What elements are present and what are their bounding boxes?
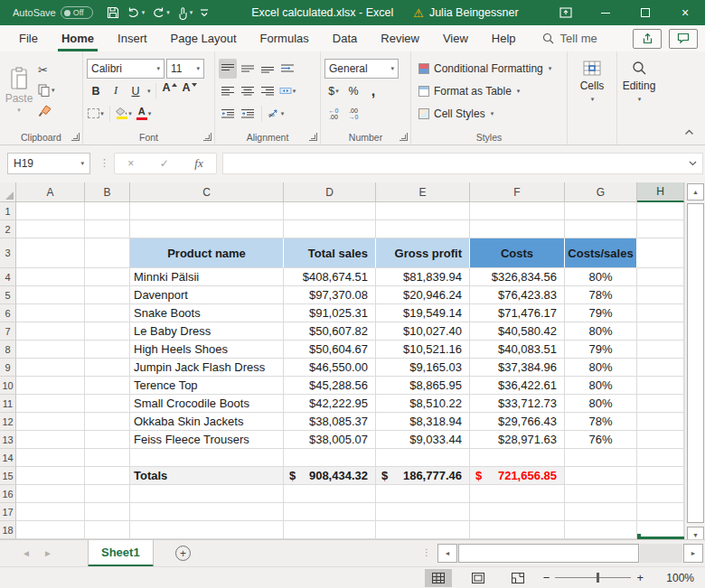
cell-G11[interactable]: 80%: [565, 395, 637, 413]
cell-F2[interactable]: [470, 220, 565, 238]
tab-insert[interactable]: Insert: [106, 25, 159, 51]
zoom-level[interactable]: 100%: [654, 572, 694, 584]
column-header-C[interactable]: C: [130, 182, 284, 202]
cell-F11[interactable]: $33,712.73: [470, 395, 565, 413]
ribbon-display-options-button[interactable]: [546, 0, 586, 25]
row-header-12[interactable]: 12: [0, 413, 16, 431]
cell-B2[interactable]: [85, 220, 130, 238]
tab-page-layout[interactable]: Page Layout: [159, 25, 249, 51]
cell-F18[interactable]: [470, 521, 565, 539]
zoom-slider[interactable]: [555, 573, 631, 583]
font-size-select[interactable]: 11▾: [166, 59, 204, 79]
cell-F17[interactable]: [470, 503, 565, 521]
redo-dropdown[interactable]: ▾: [166, 9, 170, 16]
merge-center-button[interactable]: ▾: [278, 81, 296, 101]
page-layout-view-button[interactable]: [465, 569, 492, 587]
cell-B17[interactable]: [85, 503, 130, 521]
cell-B6[interactable]: [85, 304, 130, 322]
cell-D6[interactable]: $91,025.31: [284, 304, 376, 322]
number-format-select[interactable]: General▾: [324, 59, 399, 79]
cell-E9[interactable]: $9,165.03: [376, 359, 470, 377]
cell-D4[interactable]: $408,674.51: [284, 268, 376, 286]
copy-dropdown[interactable]: ▾: [52, 87, 55, 94]
cell-G17[interactable]: [565, 503, 637, 521]
horizontal-scroll-thumb[interactable]: [458, 544, 639, 563]
cell-G7[interactable]: 80%: [565, 322, 637, 341]
cell-C16[interactable]: [130, 485, 284, 503]
column-header-F[interactable]: F: [470, 182, 565, 202]
cells-button[interactable]: Cells ▾: [571, 57, 613, 133]
column-header-H[interactable]: H: [637, 182, 684, 202]
comma-style-button[interactable]: ,: [364, 81, 382, 101]
cell-E3[interactable]: Gross profit: [376, 238, 470, 268]
scroll-up-button[interactable]: ▲: [687, 183, 704, 201]
touch-mode-dropdown[interactable]: ▾: [190, 9, 193, 16]
cell-E12[interactable]: $8,318.94: [376, 413, 470, 431]
column-header-E[interactable]: E: [376, 182, 470, 202]
row-header-6[interactable]: 6: [0, 304, 16, 322]
cell-A15[interactable]: [16, 467, 85, 485]
redo-button[interactable]: ▾: [151, 6, 170, 19]
cell-H12[interactable]: [637, 413, 684, 431]
cell-B1[interactable]: [85, 202, 130, 220]
decrease-font-size-button[interactable]: A: [181, 81, 199, 101]
cell-E5[interactable]: $20,946.24: [376, 286, 470, 304]
cell-A17[interactable]: [16, 503, 85, 521]
cell-A1[interactable]: [16, 202, 85, 220]
middle-align-button[interactable]: [239, 59, 257, 79]
cell-F8[interactable]: $40,083.51: [470, 341, 565, 359]
cell-G13[interactable]: 76%: [565, 431, 637, 449]
cut-button[interactable]: ✂: [38, 61, 55, 79]
align-right-button[interactable]: [258, 81, 277, 101]
cell-F10[interactable]: $36,422.61: [470, 377, 565, 395]
cell-B14[interactable]: [85, 449, 130, 467]
decrease-indent-button[interactable]: [219, 104, 237, 124]
cell-H6[interactable]: [637, 304, 684, 322]
cell-B4[interactable]: [85, 268, 130, 286]
share-button[interactable]: [633, 29, 662, 49]
cell-D9[interactable]: $46,550.00: [284, 359, 376, 377]
cell-G2[interactable]: [565, 220, 637, 238]
tab-help[interactable]: Help: [480, 25, 528, 51]
cell-F9[interactable]: $37,384.96: [470, 359, 565, 377]
undo-button[interactable]: ▾: [127, 6, 146, 19]
cell-G1[interactable]: [565, 202, 637, 220]
cell-H3[interactable]: [637, 238, 684, 268]
account-area[interactable]: ⚠ Julia Beingessner: [413, 6, 518, 20]
clipboard-dialog-launcher[interactable]: [71, 133, 80, 141]
cell-H9[interactable]: [637, 359, 684, 377]
row-header-4[interactable]: 4: [0, 268, 16, 286]
collapse-ribbon-button[interactable]: [684, 123, 694, 139]
cell-E2[interactable]: [376, 220, 470, 238]
cell-E8[interactable]: $10,521.16: [376, 341, 470, 359]
cell-C18[interactable]: [130, 521, 284, 539]
cell-D11[interactable]: $42,222.95: [284, 395, 376, 413]
cell-D17[interactable]: [284, 503, 376, 521]
cell-B12[interactable]: [85, 413, 130, 431]
cell-C1[interactable]: [130, 202, 284, 220]
cell-B3[interactable]: [85, 238, 130, 268]
cell-D14[interactable]: [284, 449, 376, 467]
cell-E11[interactable]: $8,510.22: [376, 395, 470, 413]
name-box-splitter[interactable]: ⋮: [99, 157, 109, 169]
column-header-G[interactable]: G: [565, 182, 637, 202]
tab-review[interactable]: Review: [369, 25, 431, 51]
cell-D16[interactable]: [284, 485, 376, 503]
cell-E1[interactable]: [376, 202, 470, 220]
cell-C2[interactable]: [130, 220, 284, 238]
number-dialog-launcher[interactable]: [400, 133, 408, 141]
cell-B11[interactable]: [85, 395, 130, 413]
cell-E4[interactable]: $81,839.94: [376, 268, 470, 286]
cell-C6[interactable]: Snake Boots: [130, 304, 284, 322]
orientation-button[interactable]: ab▾: [267, 104, 285, 124]
cell-F15[interactable]: $721,656.85: [470, 467, 565, 485]
horizontal-scrollbar[interactable]: ◄ ►: [437, 544, 703, 563]
cell-D3[interactable]: Total sales: [284, 238, 376, 268]
row-header-9[interactable]: 9: [0, 359, 16, 377]
formula-bar-expand-icon[interactable]: [689, 161, 697, 166]
cell-D13[interactable]: $38,005.07: [284, 431, 376, 449]
cell-B9[interactable]: [85, 359, 130, 377]
cell-F1[interactable]: [470, 202, 565, 220]
cell-D1[interactable]: [284, 202, 376, 220]
row-header-14[interactable]: 14: [0, 449, 16, 467]
